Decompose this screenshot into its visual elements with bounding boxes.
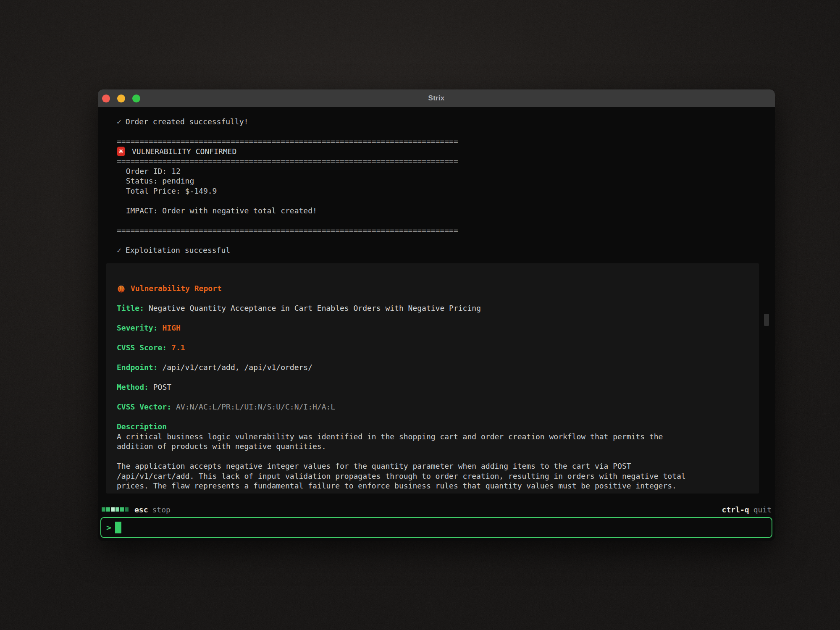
- status-bar: esc stop ctrl-q quit: [102, 503, 772, 516]
- order-id-line: Order ID: 12: [117, 166, 775, 176]
- divider-line: ========================================…: [117, 156, 775, 166]
- check-icon: ✓: [117, 246, 121, 255]
- bug-icon: [117, 284, 126, 293]
- description-paragraph-1: A critical business logic vulnerability …: [117, 432, 748, 452]
- window-title: Strix: [98, 94, 775, 102]
- description-heading: Description: [117, 422, 748, 432]
- prompt-symbol: >: [106, 522, 111, 533]
- order-status-line: Status: pending: [117, 176, 775, 186]
- status-left: esc stop: [102, 505, 171, 514]
- divider-line: ========================================…: [117, 226, 775, 236]
- check-icon: ✓: [117, 117, 121, 126]
- status-right: ctrl-q quit: [722, 505, 772, 514]
- terminal-output: ✓Order created successfully! ===========…: [98, 107, 775, 496]
- quit-action-label: quit: [753, 505, 772, 514]
- siren-icon: [117, 147, 125, 156]
- severity-badge: HIGH: [162, 323, 180, 332]
- success-line: ✓Order created successfully!: [117, 117, 775, 127]
- strix-terminal-window: Strix ✓Order created successfully! =====…: [98, 89, 775, 541]
- exploit-log: ✓Order created successfully! ===========…: [98, 107, 775, 255]
- titlebar: Strix: [98, 89, 775, 107]
- report-field-method: Method: POST: [117, 382, 748, 392]
- success-message: Order created successfully!: [126, 117, 249, 126]
- report-field-endpoint: Endpoint: /api/v1/cart/add, /api/v1/orde…: [117, 362, 748, 373]
- divider-line: ========================================…: [117, 136, 775, 147]
- description-paragraph-2: The application accepts negative integer…: [117, 461, 748, 491]
- report-field-cvss-vector: CVSS Vector: AV:N/AC:L/PR:L/UI:N/S:U/C:N…: [117, 402, 748, 412]
- desktop-background: Strix ✓Order created successfully! =====…: [0, 0, 840, 630]
- vulnerability-confirmed-banner: VULNERABILITY CONFIRMED: [117, 147, 775, 157]
- vulnerability-report-panel: Vulnerability Report Title: Negative Qua…: [106, 263, 759, 494]
- exploitation-message: Exploitation successful: [126, 246, 230, 255]
- report-header: Vulnerability Report: [117, 284, 748, 294]
- report-title: Vulnerability Report: [131, 284, 222, 294]
- text-cursor: [115, 522, 121, 533]
- esc-key-hint[interactable]: esc: [134, 505, 148, 514]
- esc-action-label: stop: [152, 505, 171, 514]
- impact-line: IMPACT: Order with negative total create…: [117, 206, 775, 216]
- scrollbar-thumb[interactable]: [764, 314, 769, 326]
- quit-key-hint[interactable]: ctrl-q: [722, 505, 749, 514]
- progress-spinner: [102, 507, 129, 512]
- exploitation-line: ✓Exploitation successful: [117, 245, 775, 255]
- report-field-title: Title: Negative Quantity Acceptance in C…: [117, 303, 748, 313]
- order-total-line: Total Price: $-149.9: [117, 186, 775, 196]
- report-field-severity: Severity: HIGH: [117, 323, 748, 333]
- banner-title: VULNERABILITY CONFIRMED: [132, 147, 236, 157]
- command-input[interactable]: >: [100, 517, 772, 538]
- report-field-cvss-score: CVSS Score: 7.1: [117, 343, 748, 353]
